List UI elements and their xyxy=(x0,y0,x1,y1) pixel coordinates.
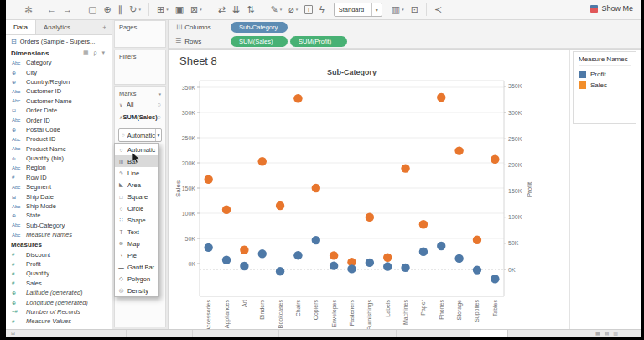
data-point-profit-fasteners[interactable] xyxy=(347,264,356,273)
pages-shelf[interactable]: Pages xyxy=(114,20,166,48)
data-point-profit-labels[interactable] xyxy=(383,262,392,270)
legend-item-sales[interactable]: Sales xyxy=(579,80,631,91)
pill-sum-profit-[interactable]: SUM(Profit) xyxy=(290,36,347,47)
dropdown-arrow-icon[interactable]: ▼ xyxy=(371,3,382,16)
new-worksheet-icon[interactable]: ⊞▾ xyxy=(157,5,169,14)
tableau-logo[interactable]: ✻ xyxy=(24,4,33,16)
dimension-field-city[interactable]: ⊕City xyxy=(6,67,112,76)
data-point-sales-art[interactable] xyxy=(240,246,248,254)
measure-field-profit[interactable]: #Profit xyxy=(6,259,112,269)
data-point-profit-appliances[interactable] xyxy=(222,256,231,264)
data-point-profit-supplies[interactable] xyxy=(473,265,481,274)
legend-item-profit[interactable]: Profit xyxy=(579,69,631,80)
sort-descending-icon[interactable]: ⇅ xyxy=(247,5,254,14)
undo-icon[interactable]: ← xyxy=(47,5,56,14)
dimension-field-ship-mode[interactable]: AbcShip Mode xyxy=(6,201,112,211)
fix-axes-icon[interactable]: ϟ xyxy=(319,5,325,14)
save-icon[interactable]: ▢ xyxy=(88,5,96,14)
data-point-profit-machines[interactable] xyxy=(401,264,409,272)
dimension-field-country-region[interactable]: ⊕Country/Region xyxy=(6,77,112,86)
menu-item-shape[interactable]: ∷Shape xyxy=(115,214,158,226)
filters-shelf[interactable]: Filters xyxy=(114,50,166,85)
caret-down-icon[interactable]: ▾ xyxy=(166,8,169,12)
dimension-field-postal-code[interactable]: ⊕Postal Code xyxy=(6,125,112,134)
columns-shelf[interactable]: ☰ Columns Sub-Category xyxy=(169,20,641,34)
menu-item-pie[interactable]: ◔Pie xyxy=(115,249,158,261)
sort-ascending-icon[interactable]: ⇊ xyxy=(232,5,240,14)
marks-menu-caret-icon[interactable]: ▾ xyxy=(158,92,161,97)
data-point-profit-envelopes[interactable] xyxy=(330,261,338,269)
clear-sheet-icon[interactable]: ⊠▾ xyxy=(190,5,202,14)
connect-data-icon[interactable]: ⊕ xyxy=(103,5,111,14)
active-sheet-tab[interactable] xyxy=(470,330,508,337)
measure-field-latitude-generated-[interactable]: ⊕Latitude (generated) xyxy=(6,288,112,297)
dimension-field-customer-name[interactable]: AbcCustomer Name xyxy=(6,97,112,106)
data-point-profit-storage[interactable] xyxy=(454,254,463,263)
measure-field-quantity[interactable]: #Quantity xyxy=(6,269,112,278)
data-point-profit-furnishings[interactable] xyxy=(366,259,374,267)
dimension-field-ship-date[interactable]: ⊟Ship Date xyxy=(6,191,112,201)
menu-item-density[interactable]: ◎Density xyxy=(115,285,158,296)
data-point-profit-tables[interactable] xyxy=(491,275,499,283)
caret-down-icon[interactable]: ▾ xyxy=(280,8,283,12)
duplicate-sheet-icon[interactable]: ▣ xyxy=(175,5,184,14)
highlight-icon[interactable]: ✎▾ xyxy=(270,5,282,14)
redo-icon[interactable]: → xyxy=(63,5,72,14)
dimension-field-order-id[interactable]: AbcOrder ID xyxy=(6,115,112,124)
data-point-profit-paper[interactable] xyxy=(419,248,428,256)
tab-data[interactable]: Data xyxy=(6,20,36,34)
dimension-field-segment[interactable]: AbcSegment xyxy=(6,182,112,191)
group-members-icon[interactable]: ⌀▾ xyxy=(288,5,298,14)
dimension-field-product-name[interactable]: AbcProduct Name xyxy=(6,144,112,154)
data-point-sales-storage[interactable] xyxy=(454,146,463,154)
caret-down-icon[interactable]: ▾ xyxy=(296,8,299,12)
data-point-profit-accessories[interactable] xyxy=(204,243,212,252)
new-worksheet-tab-icon[interactable]: ▦ xyxy=(595,329,600,337)
refresh-data-icon[interactable]: ↻▾ xyxy=(129,5,141,14)
data-point-profit-copiers[interactable] xyxy=(312,236,320,244)
data-point-sales-labels[interactable] xyxy=(383,254,392,262)
swap-rows-columns-icon[interactable]: ⇄ xyxy=(218,5,226,14)
dimension-field-row-id[interactable]: #Row ID xyxy=(6,173,112,182)
data-point-sales-paper[interactable] xyxy=(419,220,428,228)
new-dashboard-tab-icon[interactable]: ▤ xyxy=(605,329,610,337)
new-story-tab-icon[interactable]: ▥ xyxy=(613,329,618,337)
dimension-field-measure-names[interactable]: AbcMeasure Names xyxy=(6,230,112,239)
datasource-item[interactable]: ⊟ Orders (Sample - Supers... xyxy=(6,35,112,48)
menu-item-text[interactable]: TText xyxy=(115,226,158,238)
data-point-sales-supplies[interactable] xyxy=(473,236,481,244)
measure-field-sales[interactable]: #Sales xyxy=(6,279,112,288)
measure-field-longitude-generated-[interactable]: ⊕Longitude (generated) xyxy=(6,297,112,306)
marks-row-all[interactable]: ∨ All ○ xyxy=(115,99,165,110)
chevron-down-icon[interactable]: ∨ xyxy=(119,102,127,107)
data-point-sales-binders[interactable] xyxy=(258,157,267,165)
dimension-field-order-date[interactable]: ⊟Order Date xyxy=(6,106,112,115)
mark-type-dropdown[interactable]: ○ Automatic ▼ xyxy=(118,128,162,142)
data-point-profit-binders[interactable] xyxy=(258,249,267,258)
dimension-field-state[interactable]: ⊕State xyxy=(6,211,112,220)
menu-item-polygon[interactable]: ◇Polygon xyxy=(115,273,158,285)
caret-down-icon[interactable]: ▾ xyxy=(402,8,404,12)
data-point-sales-phones[interactable] xyxy=(437,93,445,102)
presentation-mode-icon[interactable]: ⊡ xyxy=(411,5,418,14)
tab-analytics[interactable]: Analytics xyxy=(36,20,78,34)
data-point-sales-furnishings[interactable] xyxy=(366,213,374,222)
dimension-field-sub-category[interactable]: AbcSub-Category xyxy=(6,221,112,230)
data-point-sales-machines[interactable] xyxy=(401,164,409,172)
fit-dropdown[interactable]: Standard▼ xyxy=(334,3,382,17)
pill-sum-sales-[interactable]: SUM(Sales) xyxy=(231,36,288,47)
data-point-sales-envelopes[interactable] xyxy=(330,251,338,259)
dimensions-header-icons[interactable]: ▦ ρ ▾ xyxy=(83,50,106,56)
show-hide-cards-icon[interactable]: ▥▾ xyxy=(392,5,404,14)
pill-sub-category[interactable]: Sub-Category xyxy=(231,22,288,33)
data-point-sales-appliances[interactable] xyxy=(222,206,231,214)
data-point-profit-bookcases[interactable] xyxy=(276,267,284,275)
data-point-profit-chairs[interactable] xyxy=(293,251,302,259)
measure-field-number-of-records[interactable]: =#Number of Records xyxy=(6,307,112,316)
marks-row-sum-sales[interactable]: ∧ SUM(Sales) ○ xyxy=(115,112,165,123)
dimension-field-product-id[interactable]: AbcProduct ID xyxy=(6,134,112,144)
measure-field-measure-values[interactable]: #Measure Values xyxy=(6,316,112,326)
menu-item-circle[interactable]: ○Circle xyxy=(115,202,158,214)
data-point-sales-copiers[interactable] xyxy=(312,184,320,192)
measure-names-legend[interactable]: Measure Names ProfitSales xyxy=(573,51,636,124)
